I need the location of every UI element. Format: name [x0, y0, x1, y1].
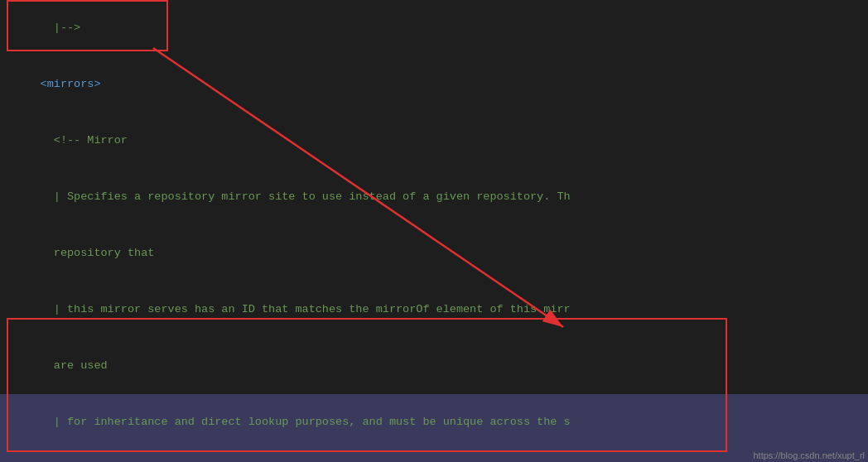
code-line-3: <!-- Mirror — [0, 113, 868, 169]
code-line-5: repository that — [0, 225, 868, 282]
code-line-8: | for inheritance and direct lookup purp… — [0, 394, 868, 450]
code-line-1: |--> — [0, 0, 868, 56]
code-line-9: mirrors. — [0, 450, 868, 462]
code-line-2: <mirrors> — [0, 56, 868, 113]
code-line-6: | this mirror serves has an ID that matc… — [0, 282, 868, 338]
watermark: https://blog.csdn.net/xupt_rl — [753, 450, 865, 460]
code-line-4: | Specifies a repository mirror site to … — [0, 169, 868, 225]
code-area: |--> <mirrors> <!-- Mirror | Specifies a… — [0, 0, 868, 462]
code-line-7: are used — [0, 338, 868, 394]
